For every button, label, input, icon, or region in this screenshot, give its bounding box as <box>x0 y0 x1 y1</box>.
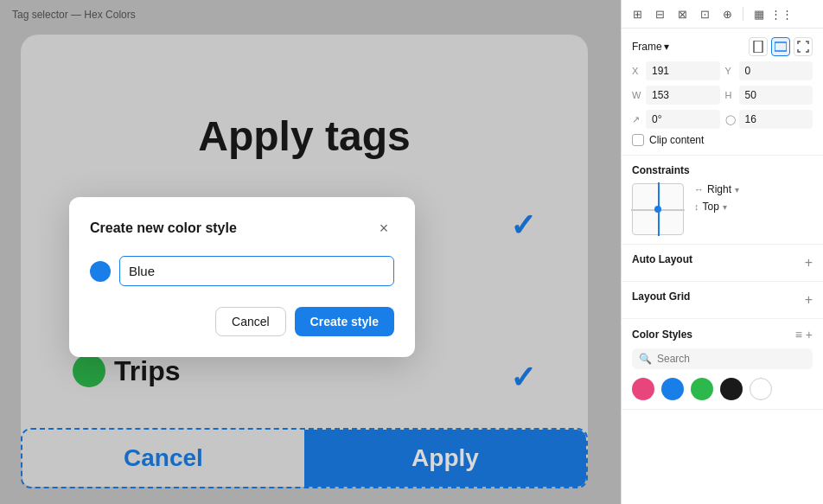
modal-header: Create new color style × <box>90 218 394 239</box>
color-styles-title: Color Styles <box>632 329 692 341</box>
h-value[interactable]: 50 <box>739 86 813 105</box>
landscape-icon[interactable] <box>771 37 790 56</box>
swatch-black[interactable] <box>720 378 743 400</box>
portrait-icon[interactable] <box>749 37 768 56</box>
constraint-top-value: Top <box>703 201 719 213</box>
modal-overlay: Create new color style × Cancel Create s… <box>0 0 621 504</box>
constraint-right-chevron: ▾ <box>735 185 739 195</box>
clip-content-checkbox[interactable] <box>632 134 644 146</box>
constraint-selects: ↔ Right ▾ ↕ Top ▾ <box>694 183 739 213</box>
swatch-green[interactable] <box>691 378 713 400</box>
color-swatches-row <box>632 378 813 400</box>
xy-grid: X 191 Y 0 W 153 H 50 ↗ 0° ◯ 16 <box>632 61 813 129</box>
frame-chevron-icon: ▾ <box>664 41 669 53</box>
clip-content-row: Clip content <box>632 134 813 146</box>
color-styles-actions: ≡ + <box>795 328 813 341</box>
swatch-blue[interactable] <box>661 378 684 400</box>
align-top-icon[interactable]: ⊡ <box>696 5 713 22</box>
fullscreen-icon[interactable] <box>794 37 813 56</box>
layout-grid-section: Layout Grid + <box>622 282 823 319</box>
more-icon[interactable]: ⋮⋮ <box>773 5 790 22</box>
color-search-input[interactable] <box>657 353 806 365</box>
constraints-title: Constraints <box>632 164 813 176</box>
constraint-top-chevron: ▾ <box>723 202 727 212</box>
frame-dropdown[interactable]: Frame ▾ <box>632 41 669 53</box>
auto-layout-add-button[interactable]: + <box>805 256 813 270</box>
layout-grid-add-button[interactable]: + <box>805 293 813 307</box>
radius-prop: ◯ 16 <box>725 110 813 129</box>
cancel-style-button[interactable]: Cancel <box>215 307 286 336</box>
create-style-modal: Create new color style × Cancel Create s… <box>69 197 415 357</box>
auto-layout-row: Auto Layout + <box>632 253 813 272</box>
constraint-horizontal-row[interactable]: ↔ Right ▾ <box>694 183 739 195</box>
y-value[interactable]: 0 <box>739 61 813 80</box>
auto-layout-title: Auto Layout <box>632 253 692 265</box>
y-prop: Y 0 <box>725 61 813 80</box>
bar-chart-icon[interactable]: ▦ <box>750 5 768 22</box>
create-style-button[interactable]: Create style <box>295 307 394 336</box>
rotate-prop: ↗ 0° <box>632 110 720 129</box>
svg-rect-0 <box>754 41 762 53</box>
h-label: H <box>725 90 736 100</box>
search-icon: 🔍 <box>639 353 652 365</box>
align-center-icon[interactable]: ⊟ <box>651 5 668 22</box>
frame-section: Frame ▾ X 191 Y 0 <box>622 29 823 156</box>
h-prop: H 50 <box>725 86 813 105</box>
color-styles-list-icon[interactable]: ≡ <box>795 328 802 341</box>
right-panel: ⊞ ⊟ ⊠ ⊡ ⊕ ▦ ⋮⋮ Frame ▾ <box>621 0 823 504</box>
color-styles-section: Color Styles ≡ + 🔍 <box>622 319 823 410</box>
modal-input-row <box>90 256 394 286</box>
frame-header-row: Frame ▾ <box>632 37 813 56</box>
x-prop: X 191 <box>632 61 720 80</box>
canvas-area: Tag selector — Hex Colors Apply tags Wor… <box>0 0 621 504</box>
modal-title: Create new color style <box>90 220 237 236</box>
align-left-icon[interactable]: ⊞ <box>628 5 646 22</box>
color-preview-dot <box>90 261 111 282</box>
color-styles-add-icon[interactable]: + <box>806 328 813 341</box>
panel-toolbar: ⊞ ⊟ ⊠ ⊡ ⊕ ▦ ⋮⋮ <box>622 0 823 29</box>
constraint-vertical-row[interactable]: ↕ Top ▾ <box>694 201 739 213</box>
color-styles-header: Color Styles ≡ + <box>632 328 813 341</box>
constraint-horizontal-icon: ↔ <box>694 184 704 195</box>
layout-grid-title: Layout Grid <box>632 290 690 303</box>
w-label: W <box>632 90 642 100</box>
constraint-center-dot <box>654 206 661 213</box>
constraint-right-value: Right <box>707 183 731 195</box>
align-middle-icon[interactable]: ⊕ <box>718 5 736 22</box>
w-value[interactable]: 153 <box>646 86 720 105</box>
constraints-widget: ↔ Right ▾ ↕ Top ▾ <box>632 183 813 235</box>
radius-value[interactable]: 16 <box>739 110 813 129</box>
auto-layout-section: Auto Layout + <box>622 245 823 282</box>
y-label: Y <box>725 66 736 76</box>
constraint-vertical-icon: ↕ <box>694 201 699 212</box>
rotate-icon: ↗ <box>632 114 642 125</box>
swatch-white[interactable] <box>750 378 772 400</box>
modal-close-button[interactable]: × <box>373 218 394 239</box>
swatch-pink[interactable] <box>632 378 654 400</box>
color-search-box: 🔍 <box>632 348 813 369</box>
modal-buttons: Cancel Create style <box>90 307 394 336</box>
frame-label: Frame <box>632 41 662 53</box>
constraints-section: Constraints ↔ Right ▾ ↕ Top ▾ <box>622 156 823 245</box>
svg-rect-1 <box>775 42 787 51</box>
clip-content-label: Clip content <box>649 134 704 146</box>
align-right-icon[interactable]: ⊠ <box>673 5 691 22</box>
radius-icon: ◯ <box>725 114 736 125</box>
x-label: X <box>632 66 642 76</box>
x-value[interactable]: 191 <box>646 61 720 80</box>
rotate-value[interactable]: 0° <box>646 110 720 129</box>
w-prop: W 153 <box>632 86 720 105</box>
toolbar-divider <box>743 7 743 21</box>
layout-grid-row: Layout Grid + <box>632 290 813 309</box>
frame-view-icons <box>749 37 813 56</box>
style-name-input[interactable] <box>119 256 394 286</box>
constraint-diagram <box>632 183 684 235</box>
